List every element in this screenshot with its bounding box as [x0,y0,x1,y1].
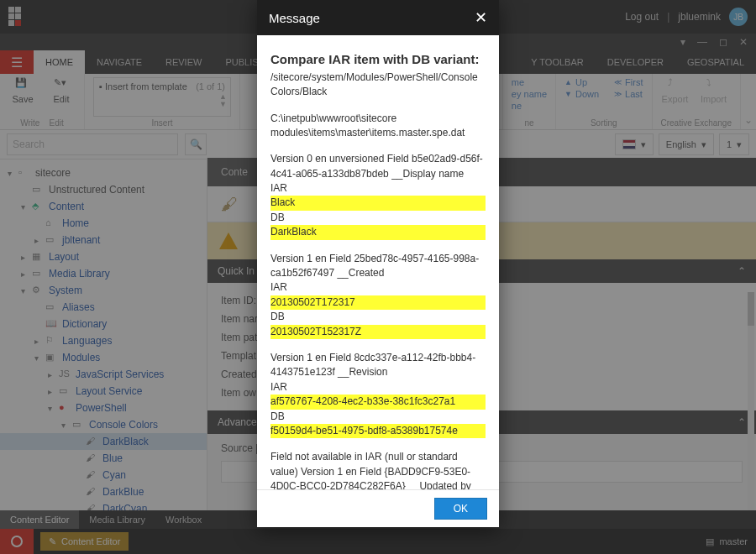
item-path: /sitecore/system/Modules/PowerShell/Cons… [270,71,486,100]
ok-button[interactable]: OK [434,498,487,520]
db-label: DB [270,410,486,424]
v1b-db-value: f50159d4-be51-4975-bdf8-a5389b17574e [270,424,486,438]
compare-heading: Compare IAR item with DB variant: [270,50,486,69]
v1b-field-header: Version 1 en Field 8cdc337e-a112-42fb-bb… [270,351,486,380]
dialog-body: Compare IAR item with DB variant: /sitec… [257,35,499,489]
v1a-field-header: Version 1 en Field 25bed78c-4957-4165-99… [270,252,486,281]
tail-text: Field not available in IAR (null or stan… [270,450,486,489]
db-label: DB [270,310,486,324]
message-dialog: Message ✕ Compare IAR item with DB varia… [257,0,499,527]
file-path: C:\inetpub\wwwroot\sitecore modules\item… [270,112,486,141]
iar-label: IAR [270,280,486,295]
v0-field-header: Version 0 en unversioned Field b5e02ad9-… [270,152,486,181]
iar-label: IAR [270,380,486,395]
v0-db-value: DarkBlack [270,225,486,239]
v1a-iar-value: 20130502T172317 [270,295,486,310]
v1a-db-value: 20130502T152317Z [270,325,486,339]
v0-iar-value: Black [270,196,486,210]
db-label: DB [270,211,486,225]
dialog-close-icon[interactable]: ✕ [475,8,487,27]
dialog-title: Message [269,11,320,25]
v1b-iar-value: af576767-4208-4ec2-b33e-38c1fc3c27a1 [270,395,486,409]
iar-label: IAR [270,181,486,196]
